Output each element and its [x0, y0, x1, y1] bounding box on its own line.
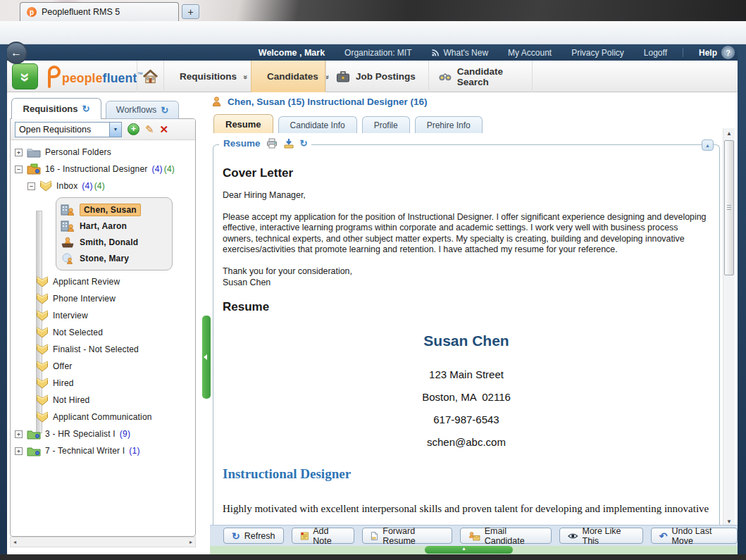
workflow-step-icon [36, 394, 49, 406]
edit-icon[interactable]: ✎ [145, 123, 154, 136]
workflow-step[interactable]: Finalist - Not Selected [11, 341, 195, 358]
workflow-step-label: Not Hired [53, 395, 89, 405]
home-icon [142, 69, 158, 85]
closing-line: Thank you for your consideration, [223, 266, 710, 278]
whats-new-link[interactable]: What's New [431, 48, 488, 58]
scroll-left-icon[interactable]: ◂ [13, 539, 16, 545]
bottom-collapse-handle[interactable]: ▲ [425, 546, 513, 554]
nav-home-button[interactable] [137, 61, 163, 92]
nav-candidate-search[interactable]: Candidate Search [428, 61, 533, 92]
refresh-button[interactable]: ↻ Refresh [223, 528, 284, 544]
count-blue: (4) [151, 164, 162, 174]
tree-item-personal-folders[interactable]: + Personal Folders [11, 144, 195, 161]
company-person-icon [61, 204, 75, 216]
candidate-list-box: Chen, Susan Hart, Aaron Smith, Donald St… [56, 197, 173, 270]
filter-selected-value: Open Requisitions [19, 125, 91, 135]
download-icon[interactable] [283, 138, 294, 149]
candidate-name[interactable]: Smith, Donald [80, 237, 138, 247]
forward-resume-button[interactable]: Forward Resume [362, 528, 452, 544]
workflow-step-label: Hired [53, 378, 74, 388]
tab-resume[interactable]: Resume [213, 114, 273, 133]
refresh-icon[interactable]: ↻ [300, 138, 308, 149]
tab-candidate-info[interactable]: Candidate Info [278, 116, 357, 133]
closing-signature: Susan Chen [223, 278, 710, 289]
workflow-step[interactable]: Offer [11, 358, 195, 375]
browser-toolbar: ← https://rms-v1.peopleclick.com/RP/Home… [0, 21, 746, 44]
collapse-icon[interactable]: − [15, 166, 23, 173]
tree-item-inbox[interactable]: − Inbox (4)(4) [11, 178, 195, 194]
tree-item-req-3[interactable]: + 3 - HR Specialist I (9) [11, 425, 195, 442]
refresh-icon[interactable]: ↻ [82, 104, 90, 114]
main-navigation-bar: » peoplefluent™ Requisitions » Candidate… [0, 61, 746, 92]
candidate-row[interactable]: Chen, Susan [61, 201, 168, 218]
sidebar-toolbar: Open Requisitions ▼ + ✎ ✕ [11, 119, 195, 140]
tree-item-req-16[interactable]: − 16 - Instructional Designer (4)(4) [11, 161, 195, 178]
nav-requisitions-label: Requisitions [180, 71, 237, 82]
candidate-name-selected[interactable]: Chen, Susan [80, 204, 141, 216]
folder-gray-icon [27, 147, 41, 158]
organization-text: Organization: MIT [344, 48, 411, 58]
sidebar-panel: Open Requisitions ▼ + ✎ ✕ + Personal Fol… [10, 118, 196, 537]
resume-summary-partial: Highly motivated with excellent interper… [223, 503, 710, 515]
window-right-edge [738, 44, 746, 554]
candidate-name[interactable]: Stone, Mary [80, 254, 129, 263]
nav-job-postings[interactable]: Job Postings [325, 61, 428, 92]
candidate-row[interactable]: Hart, Aaron [61, 218, 168, 234]
email-person-icon [468, 531, 480, 541]
tab-prehire-info[interactable]: Prehire Info [415, 116, 483, 133]
tree-label: Personal Folders [45, 147, 111, 157]
more-like-this-button[interactable]: More Like This [559, 528, 643, 544]
collapse-icon[interactable]: − [27, 182, 35, 190]
help-link[interactable]: Help ? [699, 46, 735, 59]
sidebar-horizontal-scrollbar[interactable]: ◂ ▸ [10, 537, 196, 547]
scroll-down-icon[interactable]: ▼ [723, 518, 735, 525]
scroll-up-icon[interactable]: ▲ [723, 130, 735, 137]
browser-tab[interactable]: p Peoplefluent RMS 5 [20, 2, 179, 21]
workflow-step[interactable]: Hired [11, 375, 195, 392]
workflow-step[interactable]: Applicant Communication [11, 409, 195, 425]
candidate-row[interactable]: Stone, Mary [61, 250, 168, 266]
person-icon [211, 96, 222, 107]
candidate-row[interactable]: Smith, Donald [61, 234, 168, 250]
undo-icon: ↶ [659, 531, 668, 541]
nav-requisitions[interactable]: Requisitions » [163, 61, 251, 92]
tree-item-req-7[interactable]: + 7 - Technical Writer I (1) [11, 442, 195, 459]
workflow-step[interactable]: Not Hired [11, 392, 195, 409]
sidebar-tab-workflows[interactable]: Workflows ↻ [106, 101, 179, 119]
candidate-name[interactable]: Hart, Aaron [80, 221, 127, 231]
scroll-right-icon[interactable]: ▸ [189, 539, 192, 545]
requisition-filter-select[interactable]: Open Requisitions ▼ [15, 122, 122, 137]
workflow-step[interactable]: Applicant Review [11, 273, 195, 290]
sidebar-collapse-handle[interactable] [202, 316, 211, 399]
select-arrow-icon[interactable]: ▼ [109, 123, 121, 137]
expand-icon[interactable]: + [15, 149, 23, 156]
delete-icon[interactable]: ✕ [160, 123, 169, 136]
expand-icon[interactable]: + [15, 447, 23, 455]
help-question-icon[interactable]: ? [721, 46, 735, 59]
scrollbar-thumb[interactable] [724, 140, 734, 275]
logoff-link[interactable]: Logoff [644, 48, 667, 58]
new-tab-button[interactable]: + [182, 4, 199, 19]
expand-icon[interactable]: + [15, 430, 23, 438]
privacy-policy-link[interactable]: Privacy Policy [571, 48, 624, 58]
print-icon[interactable] [266, 138, 278, 149]
my-account-link[interactable]: My Account [508, 48, 552, 58]
add-note-button[interactable]: Add Note [292, 528, 355, 544]
email-candidate-button[interactable]: Email Candidate [460, 528, 552, 544]
workflow-step-icon [36, 411, 49, 423]
refresh-icon[interactable]: ↻ [161, 105, 168, 116]
quick-launch-button[interactable]: » [12, 63, 38, 89]
tab-profile[interactable]: Profile [362, 116, 410, 133]
workflow-step[interactable]: Not Selected [11, 324, 195, 341]
add-button[interactable]: + [128, 123, 139, 135]
workflow-step-label: Offer [53, 361, 72, 371]
panel-collapse-button[interactable]: ▲ [702, 139, 714, 151]
workflow-step[interactable]: Interview [11, 307, 195, 324]
nav-candidates[interactable]: Candidates » [251, 61, 325, 92]
nav-candidate-search-label: Candidate Search [457, 66, 522, 87]
content-vertical-scrollbar[interactable]: ▲ ▼ [723, 128, 735, 527]
sidebar-tab-requisitions[interactable]: Requisitions ↻ [11, 98, 101, 119]
workflow-step[interactable]: Phone Interview [11, 290, 195, 307]
undo-last-move-button[interactable]: ↶ Undo Last Move [651, 528, 738, 544]
back-button[interactable]: ← [5, 42, 27, 64]
